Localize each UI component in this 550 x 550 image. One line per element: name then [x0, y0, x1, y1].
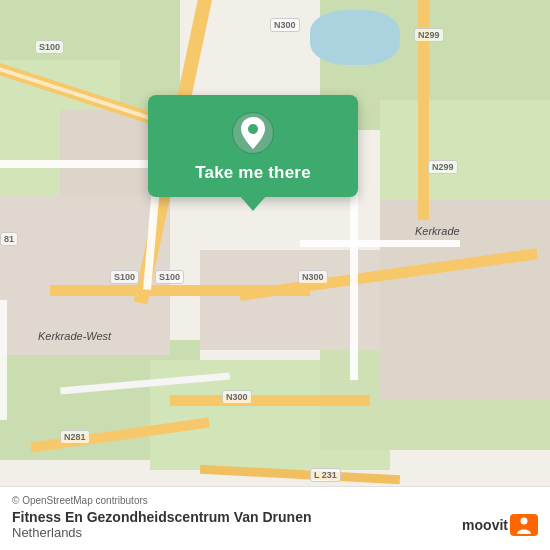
- location-country: Netherlands: [12, 525, 538, 540]
- road-w4: [300, 240, 460, 247]
- map-container: S100 S100 S100 N300 N300 N300 N299 N299 …: [0, 0, 550, 550]
- urban-zone-kerkrade: [380, 200, 550, 400]
- label-n300-bottom: N300: [222, 390, 252, 404]
- label-81: 81: [0, 232, 18, 246]
- label-s100-top: S100: [35, 40, 64, 54]
- label-n300-top: N300: [270, 18, 300, 32]
- water-body: [310, 10, 400, 65]
- road-w6: [0, 300, 7, 420]
- label-n299-top: N299: [414, 28, 444, 42]
- label-s100-left: S100: [110, 270, 139, 284]
- location-pin-icon: [231, 111, 275, 155]
- label-kerkrade: Kerkrade: [415, 225, 460, 237]
- road-n300-bottom: [170, 395, 370, 406]
- label-n281: N281: [60, 430, 90, 444]
- take-me-there-button[interactable]: Take me there: [195, 163, 311, 183]
- label-n300-mid: N300: [298, 270, 328, 284]
- label-l231: L 231: [310, 468, 341, 482]
- label-s100-bottom: S100: [155, 270, 184, 284]
- svg-point-4: [521, 518, 528, 525]
- moovit-wordmark: moovit: [462, 517, 508, 533]
- osm-attribution: © OpenStreetMap contributors: [12, 495, 538, 506]
- road-w3: [350, 180, 358, 380]
- label-n299-right: N299: [428, 160, 458, 174]
- moovit-logo: moovit: [462, 514, 538, 536]
- moovit-icon: [510, 514, 538, 536]
- label-kerkrade-west: Kerkrade-West: [38, 330, 111, 342]
- popup-card: Take me there: [148, 95, 358, 197]
- location-name: Fitness En Gezondheidscentrum Van Drunen: [12, 509, 538, 525]
- bottom-bar: © OpenStreetMap contributors Fitness En …: [0, 486, 550, 550]
- svg-point-2: [248, 124, 258, 134]
